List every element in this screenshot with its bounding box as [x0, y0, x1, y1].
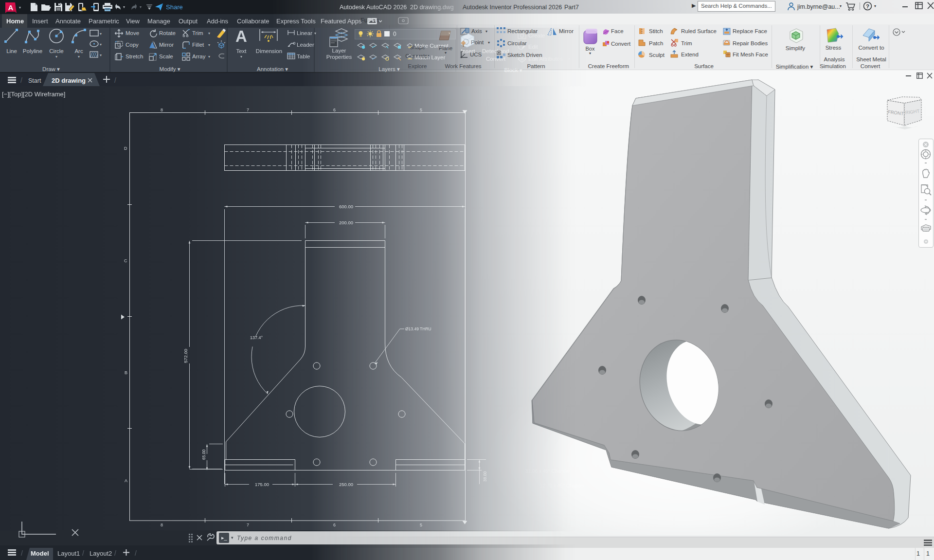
svg-text:A: A — [125, 478, 127, 483]
svg-text:572.00: 572.00 — [183, 349, 188, 363]
svg-text:8: 8 — [161, 108, 163, 112]
svg-text:C: C — [124, 258, 127, 263]
svg-text:6: 6 — [333, 108, 336, 112]
svg-text:7: 7 — [247, 108, 249, 112]
svg-text:200.00: 200.00 — [339, 220, 353, 225]
svg-text:38.00: 38.00 — [483, 471, 487, 482]
svg-text:5: 5 — [420, 108, 422, 112]
svg-text:8: 8 — [161, 523, 163, 527]
svg-text:137.4°: 137.4° — [250, 335, 263, 340]
svg-text:7: 7 — [247, 523, 249, 527]
svg-text:6: 6 — [333, 523, 336, 527]
svg-text:600.00: 600.00 — [339, 204, 353, 209]
svg-text:D: D — [124, 146, 127, 151]
svg-text:65.00: 65.00 — [201, 449, 206, 460]
svg-text:250.00: 250.00 — [339, 482, 353, 487]
svg-text:5: 5 — [420, 523, 422, 527]
svg-text:B: B — [125, 370, 127, 375]
svg-text:Ø13.49 THRU: Ø13.49 THRU — [405, 326, 431, 331]
svg-text:175.00: 175.00 — [255, 482, 269, 487]
